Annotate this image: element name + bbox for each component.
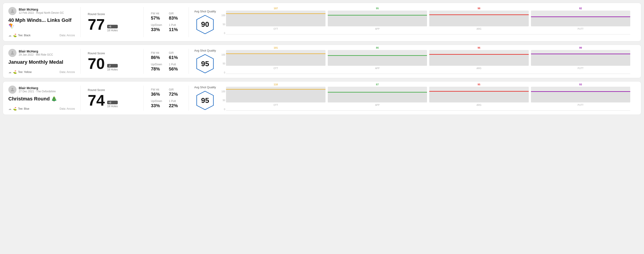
bag-icon: ⛳ [13, 70, 17, 74]
user-date: 27 Dec 2021 · The Oxfordshire [19, 90, 56, 93]
stat-gir-label: GIR [169, 51, 182, 54]
y-axis-0: 0 [222, 71, 225, 74]
chart-container: 100 50 0 110 OTT 87 [222, 86, 630, 111]
score-number: 77 [88, 17, 105, 32]
bar-value-putt: 82 [579, 7, 582, 10]
stat-gir: GIR 72% [169, 88, 182, 97]
round-left-section: Blair McHarg 27 Dec 2021 · The Oxfordshi… [8, 86, 80, 111]
stat-gir-label: GIR [169, 12, 182, 15]
svg-point-2 [12, 51, 13, 53]
user-info: Blair McHarg 29 Jan 2022 · Mill Ride GCC [19, 50, 53, 56]
round-score-label: Round Score [88, 88, 136, 92]
bar-value-putt: 99 [579, 46, 582, 49]
tee-info: ☁ ⛳ Tee: Blue [8, 107, 29, 111]
stat-fw-hit: FW Hit 86% [151, 51, 164, 60]
bar-wrapper-putt [531, 87, 630, 103]
bar-group-arg: 95 ARG [429, 83, 528, 106]
y-axis-0: 0 [222, 108, 225, 111]
bar-value-app: 86 [376, 46, 379, 49]
y-axis-100: 100 [222, 90, 225, 93]
quality-left: Avg Shot Quality 95 [194, 86, 216, 111]
bar-wrapper-arg [429, 87, 528, 103]
stat-up-down-label: Up/Down [151, 63, 164, 66]
y-axis-50: 50 [222, 62, 225, 65]
quality-section: Avg Shot Quality 95 100 50 0 [189, 86, 636, 111]
user-date: 12 Feb 2022 · Royal North Devon GC [19, 11, 64, 14]
card-footer: ☁ ⛳ Tee: Blue Data: Arccos [8, 107, 75, 111]
user-info: Blair McHarg 27 Dec 2021 · The Oxfordshi… [19, 86, 56, 93]
data-source: Data: Arccos [60, 34, 75, 37]
score-diff-badge: +5 [107, 25, 118, 28]
chart-container: 100 50 0 101 OTT 86 [222, 49, 630, 74]
y-axis: 100 50 0 [222, 54, 225, 74]
stat-fw-hit-value: 57% [151, 15, 164, 21]
bar-group-arg: 96 ARG [429, 46, 528, 70]
hexagon-score: 95 [201, 60, 209, 68]
bar-group-putt: 82 PUTT [531, 7, 630, 30]
stats-section: FW Hit 86% GIR 61% Up/Down 78% 1 Putt 56… [144, 49, 189, 74]
y-axis-0: 0 [222, 32, 225, 34]
bar-value-ott: 101 [274, 46, 278, 49]
stat-up-down: Up/Down 33% [151, 23, 164, 32]
avatar [8, 86, 16, 94]
stats-grid: FW Hit 86% GIR 61% Up/Down 78% 1 Putt 56… [151, 51, 181, 72]
score-badge-group: -2 18 Holes [107, 64, 118, 71]
bar-value-putt: 93 [579, 83, 582, 86]
user-header: Blair McHarg 12 Feb 2022 · Royal North D… [8, 7, 75, 15]
card-footer: ☁ ⛳ Tee: Black Data: Arccos [8, 33, 75, 37]
bag-icon: ⛳ [13, 107, 17, 111]
stat-gir-value: 83% [169, 15, 182, 21]
stats-grid: FW Hit 57% GIR 83% Up/Down 33% 1 Putt 11… [151, 12, 181, 32]
bar-value-arg: 95 [478, 83, 480, 86]
stat-gir-label: GIR [169, 88, 182, 91]
user-info: Blair McHarg 12 Feb 2022 · Royal North D… [19, 8, 64, 14]
bar-group-ott: 110 OTT [226, 83, 325, 106]
quality-label: Avg Shot Quality [194, 49, 216, 52]
quality-label: Avg Shot Quality [194, 10, 216, 13]
weather-icon: ☁ [8, 70, 12, 74]
score-holes: 18 Holes [107, 29, 118, 32]
stat-gir: GIR 83% [169, 12, 182, 21]
stat-fw-hit-label: FW Hit [151, 88, 164, 91]
stat-up-down: Up/Down 78% [151, 63, 164, 72]
bar-wrapper-ott [226, 87, 325, 103]
user-name: Blair McHarg [19, 8, 64, 11]
bar-wrapper-arg [429, 50, 528, 66]
stat-one-putt-value: 56% [169, 66, 182, 72]
weather-icon: ☁ [8, 33, 12, 37]
round-title: January Monthly Medal [8, 59, 75, 65]
bar-label-putt: PUTT [578, 28, 584, 30]
score-number: 70 [88, 56, 105, 71]
user-name: Blair McHarg [19, 50, 53, 53]
stat-up-down-label: Up/Down [151, 23, 164, 26]
user-name: Blair McHarg [19, 86, 56, 90]
round-score-section: Round Score 77 +5 18 Holes [80, 7, 144, 37]
bar-label-putt: PUTT [578, 104, 584, 106]
stats-grid: FW Hit 36% GIR 72% Up/Down 33% 1 Putt 22… [151, 88, 181, 108]
stat-gir: GIR 61% [169, 51, 182, 60]
stat-one-putt: 1 Putt 56% [169, 63, 182, 72]
hexagon-container: 95 [195, 54, 215, 74]
stat-one-putt: 1 Putt 22% [169, 100, 182, 108]
hexagon-container: 95 [195, 90, 215, 111]
bar-label-ott: OTT [274, 67, 278, 70]
bar-group-putt: 99 PUTT [531, 46, 630, 70]
tee-info: ☁ ⛳ Tee: Yellow [8, 70, 32, 74]
bar-value-ott: 110 [274, 83, 278, 86]
stat-fw-hit-label: FW Hit [151, 12, 164, 15]
bar-wrapper-ott [226, 50, 325, 66]
quality-label: Avg Shot Quality [194, 86, 216, 89]
tee-info: ☁ ⛳ Tee: Black [8, 33, 30, 37]
y-axis-100: 100 [222, 14, 225, 17]
stat-one-putt-value: 11% [169, 27, 182, 32]
y-axis: 100 50 0 [222, 90, 225, 111]
stat-fw-hit-label: FW Hit [151, 51, 164, 54]
stat-fw-hit: FW Hit 36% [151, 88, 164, 97]
quality-left: Avg Shot Quality 90 [194, 10, 216, 35]
bar-wrapper-arg [429, 10, 528, 26]
bar-group-app: 86 APP [328, 46, 427, 70]
bar-label-app: APP [375, 28, 380, 30]
score-holes: 18 Holes [107, 105, 118, 108]
user-header: Blair McHarg 27 Dec 2021 · The Oxfordshi… [8, 86, 75, 94]
score-number: 74 [88, 93, 105, 108]
